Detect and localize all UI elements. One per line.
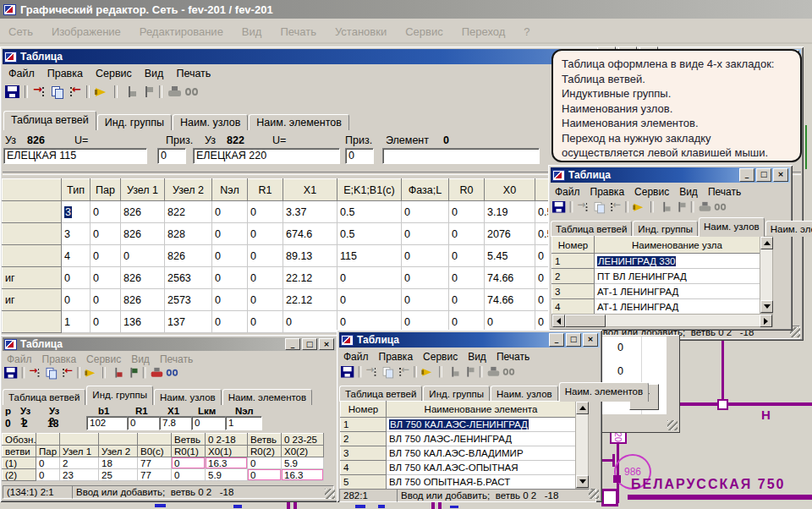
hand-pointer-icon[interactable] — [421, 366, 434, 378]
row-number[interactable]: 4 — [341, 461, 387, 475]
cell[interactable]: 828 — [165, 223, 212, 245]
menu-file[interactable]: Файл — [343, 351, 369, 363]
tab-nodes[interactable]: Наим. узлов — [173, 114, 248, 130]
element-name-input[interactable] — [382, 148, 540, 164]
resize-grip[interactable] — [667, 420, 678, 430]
menu-service[interactable]: Сервис — [423, 351, 458, 363]
menu-net[interactable]: Сеть — [8, 25, 33, 38]
menu-service[interactable]: Сервис — [96, 68, 132, 79]
row-label[interactable]: иг — [3, 267, 62, 289]
flag-down-icon[interactable] — [447, 366, 459, 378]
element-name[interactable]: ВЛ 750 ЛАЭС-ЛЕНИНГРАД — [387, 432, 576, 446]
save-icon[interactable] — [5, 85, 19, 98]
cell[interactable]: 77 — [138, 469, 172, 481]
cell[interactable]: 0 — [402, 289, 449, 311]
list-item[interactable]: 3 АТ-1 ЛЕНИНГРАД — [552, 284, 760, 299]
cell[interactable]: 0 — [337, 289, 402, 311]
vertical-scrollbar[interactable] — [575, 401, 589, 489]
row-number[interactable]: 4 — [552, 299, 595, 315]
element-name[interactable]: ВЛ 750 КАЛ.АЭС-ОПЫТНАЯ — [387, 461, 576, 475]
menu-view[interactable]: Вид — [145, 68, 164, 79]
cell[interactable]: 0.5 — [337, 223, 402, 245]
cell[interactable]: 3.19 — [485, 201, 535, 223]
vertical-scrollbar[interactable] — [760, 236, 773, 314]
cell[interactable]: 1 — [62, 311, 91, 333]
cell[interactable]: 822 — [165, 201, 212, 223]
list-item[interactable]: 3 ВЛ 750 КАЛ.АЭС-ВЛАДИМИР — [341, 446, 576, 461]
resize-grip[interactable] — [325, 489, 335, 499]
close-button[interactable]: × — [773, 168, 788, 182]
node-name[interactable]: АТ-1 ЛЕНИНГРАД — [595, 299, 760, 315]
tab-nodes[interactable]: Наим. узлов — [699, 217, 765, 237]
list-item[interactable]: 1 ВЛ 750 КАЛ.АЭС-ЛЕНИНГРАД — [341, 418, 576, 432]
scroll-left-button[interactable] — [552, 315, 565, 327]
cell[interactable]: 5.45 — [485, 245, 535, 267]
row-number[interactable]: 3 — [341, 446, 387, 461]
tab-nodes[interactable]: Наим. узлов — [491, 386, 558, 402]
cell[interactable]: 74.66 — [485, 267, 535, 289]
row-label[interactable]: (1) — [3, 457, 36, 469]
row-label[interactable] — [3, 201, 62, 223]
cell[interactable]: 0 — [212, 245, 248, 267]
tab-groups[interactable]: Инд. группы — [97, 114, 172, 130]
copy-icon[interactable] — [45, 367, 58, 379]
cell[interactable]: 0 — [402, 201, 449, 223]
menu-print[interactable]: Печать — [160, 353, 193, 365]
tab-branches[interactable]: Таблица ветвей — [551, 221, 632, 237]
b1-input[interactable]: 102 — [86, 416, 130, 430]
cell[interactable]: 22.12 — [283, 267, 337, 289]
cell[interactable]: 2 — [60, 457, 99, 469]
hand-pointer-icon[interactable] — [633, 201, 645, 213]
copy-icon[interactable] — [593, 201, 606, 213]
menu-view[interactable]: Вид — [242, 25, 262, 38]
cell[interactable]: 136 — [121, 311, 165, 333]
cell[interactable]: 0 — [248, 223, 283, 245]
cell[interactable]: 0 — [36, 457, 60, 469]
print-icon[interactable] — [167, 85, 182, 98]
resize-grip[interactable] — [589, 489, 599, 499]
cell[interactable]: 3.37 — [283, 201, 337, 223]
save-icon[interactable] — [341, 366, 354, 378]
tab-elements[interactable]: Наим. элементов — [249, 114, 348, 130]
row-number[interactable]: 5 — [341, 475, 387, 490]
cell[interactable]: 0 — [91, 223, 121, 245]
cell[interactable]: 89.13 — [283, 245, 337, 267]
hand-pointer-icon[interactable] — [85, 367, 97, 379]
cell[interactable]: 0 — [91, 289, 121, 311]
search-icon[interactable] — [502, 366, 515, 378]
cell[interactable]: 0.5 — [337, 201, 402, 223]
search-icon[interactable] — [184, 85, 199, 98]
row-label[interactable] — [3, 245, 62, 267]
menu-help[interactable]: ? — [524, 25, 529, 38]
window-titlebar[interactable]: Таблица _ □ × — [551, 167, 790, 183]
row-label[interactable]: иг — [3, 289, 62, 311]
cell[interactable]: 826 — [121, 267, 165, 289]
cell[interactable]: 2563 — [165, 267, 212, 289]
tab-elements[interactable]: Наим. элементов — [222, 389, 312, 405]
cell[interactable]: 0 — [62, 289, 91, 311]
menu-goto[interactable]: Переход — [462, 25, 506, 38]
insert-row-icon[interactable] — [30, 367, 42, 379]
cell[interactable]: 0 — [121, 245, 165, 267]
row-label[interactable]: (2) — [3, 469, 36, 481]
cell[interactable]: 674.6 — [283, 223, 337, 245]
row-number[interactable]: 1 — [341, 418, 387, 432]
cell[interactable]: 0 — [172, 457, 206, 469]
node2-name-input[interactable]: ЕЛЕЦКАЯ 220 — [193, 148, 340, 164]
cell[interactable]: 0 — [449, 267, 485, 289]
menu-view[interactable]: Вид — [131, 353, 150, 365]
priz1-input[interactable]: 0 — [157, 148, 186, 164]
tab-groups[interactable]: Инд. группы — [86, 386, 153, 405]
row-number[interactable]: 3 — [552, 284, 595, 299]
row-label[interactable] — [3, 311, 62, 333]
menu-edit[interactable]: Правка — [47, 68, 83, 79]
cell[interactable]: 0 — [283, 311, 337, 333]
element-name[interactable]: ВЛ 750 ОПЫТНАЯ-Б.РАСТ — [387, 475, 576, 490]
node-name[interactable]: ЛЕНИНГРАД 330 — [595, 254, 760, 269]
cell[interactable]: 77 — [138, 457, 172, 469]
menu-file[interactable]: Файл — [7, 353, 32, 365]
menu-view[interactable]: Вид — [679, 186, 698, 198]
menu-service[interactable]: Сервис — [86, 353, 121, 365]
tab-branches[interactable]: Таблица ветвей — [339, 386, 422, 402]
flag-down-icon[interactable] — [658, 201, 671, 213]
